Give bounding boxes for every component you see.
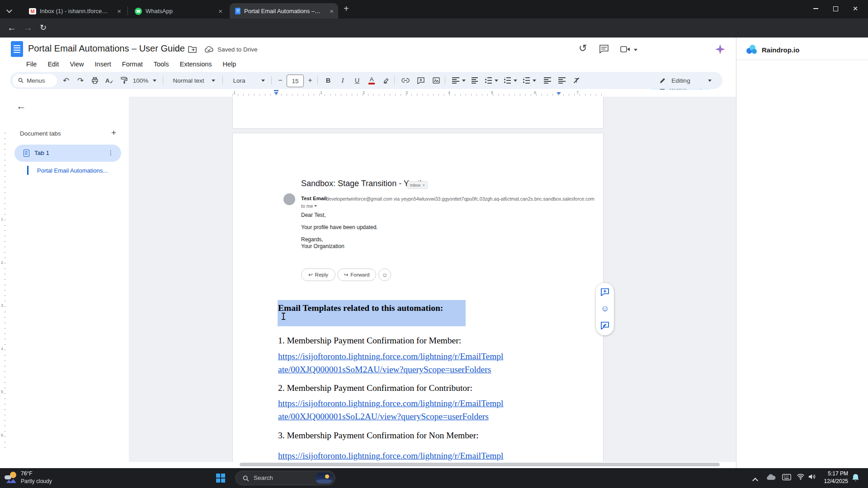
align-icon[interactable] xyxy=(450,72,461,89)
tab-close-icon[interactable]: × xyxy=(218,7,222,15)
notification-bell-icon[interactable] xyxy=(852,474,859,482)
window-restore-button[interactable] xyxy=(826,2,845,15)
tray-expand-chevron-icon[interactable] xyxy=(753,476,757,484)
insert-link-icon[interactable] xyxy=(400,72,411,89)
editing-mode-label[interactable]: Editing xyxy=(669,72,693,89)
gemini-sparkle-icon[interactable] xyxy=(715,44,725,54)
doc-item-3-link-line-1[interactable]: https://isijoftoronto.lightning.force.co… xyxy=(278,450,504,462)
increase-indent-icon[interactable] xyxy=(556,72,568,89)
add-comment-fab-icon[interactable] xyxy=(601,288,609,296)
numbered-list-icon[interactable] xyxy=(521,72,532,89)
onedrive-icon[interactable] xyxy=(766,474,776,480)
add-comment-icon[interactable] xyxy=(415,72,427,89)
google-docs-logo[interactable] xyxy=(11,41,23,57)
numbered-list-caret-icon[interactable] xyxy=(533,80,536,82)
tray-date[interactable]: 12/4/2025 xyxy=(818,478,848,485)
doc-item-2-link-line-2[interactable]: ate/00XJQ000001sSoL2AU/view?queryScope=u… xyxy=(278,410,489,423)
doc-item-1-link-line-2[interactable]: ate/00XJQ000001sSoM2AU/view?queryScope=u… xyxy=(278,363,491,376)
tab-options-kebab-icon[interactable]: ⋮ xyxy=(108,149,114,156)
sidebar-outline-item[interactable]: Portal Email Automations... xyxy=(37,167,108,174)
zoom-select[interactable]: 100% xyxy=(130,72,151,89)
menu-extensions[interactable]: Extensions xyxy=(180,61,212,68)
emoji-reaction-fab-icon[interactable]: ☺ xyxy=(601,305,609,313)
tab-search-icon[interactable] xyxy=(7,6,11,14)
print-icon[interactable] xyxy=(90,72,100,89)
tab-close-icon[interactable]: × xyxy=(330,7,334,15)
decrease-font-icon[interactable]: − xyxy=(276,72,285,89)
undo-icon[interactable]: ↶ xyxy=(61,72,71,89)
window-minimize-button[interactable] xyxy=(806,2,826,15)
weather-icon[interactable] xyxy=(5,471,18,484)
browser-tab-docs-active[interactable]: Portal Email Automations – Us × xyxy=(230,3,338,19)
back-icon[interactable]: ← xyxy=(7,23,16,32)
move-to-folder-icon[interactable] xyxy=(188,46,197,53)
editing-mode-caret-icon[interactable] xyxy=(708,80,712,82)
spell-check-icon[interactable]: A✓ xyxy=(104,72,115,89)
embedded-email-screenshot[interactable]: Sandbox: Stage Transition - Youth Inbox×… xyxy=(278,174,558,289)
version-history-icon[interactable]: ↺ xyxy=(579,42,587,54)
tray-time[interactable]: 5:17 PM xyxy=(818,470,848,477)
starred-icon[interactable]: ☆ xyxy=(175,45,181,54)
font-size-input[interactable]: 15 xyxy=(287,75,304,87)
browser-tab-gmail[interactable]: M Inbox (1) - ishann.tforce@gmai × xyxy=(24,4,126,19)
menu-tools[interactable]: Tools xyxy=(154,61,169,68)
bulleted-list-icon[interactable] xyxy=(502,72,513,89)
style-caret-icon[interactable] xyxy=(212,80,215,82)
bold-icon[interactable]: B xyxy=(323,72,334,89)
menu-view[interactable]: View xyxy=(70,61,84,68)
doc-item-1-link-line-1[interactable]: https://isijoftoronto.lightning.force.co… xyxy=(278,350,504,363)
paint-format-icon[interactable] xyxy=(118,72,129,89)
doc-heading[interactable]: Email Templates related to this automati… xyxy=(278,302,443,314)
text-color-icon[interactable]: A xyxy=(366,72,377,89)
doc-item-2-link-line-1[interactable]: https://isijoftoronto.lightning.force.co… xyxy=(278,397,504,410)
browser-tab-whatsapp[interactable]: ☎ WhatsApp × xyxy=(129,4,227,19)
decrease-indent-icon[interactable] xyxy=(542,72,553,89)
document-page-1[interactable] xyxy=(232,97,604,129)
wifi-icon[interactable] xyxy=(797,474,805,480)
insert-image-icon[interactable] xyxy=(430,72,442,89)
zoom-caret-icon[interactable] xyxy=(153,80,156,82)
highlight-color-icon[interactable] xyxy=(381,72,392,89)
forward-icon[interactable]: → xyxy=(24,23,33,32)
meet-video-icon[interactable] xyxy=(620,46,630,52)
menus-search-button[interactable]: Menus xyxy=(13,74,57,87)
sidebar-tab-1[interactable]: Tab 1 ⋮ xyxy=(14,145,121,162)
menu-format[interactable]: Format xyxy=(122,61,143,68)
menu-help[interactable]: Help xyxy=(223,61,236,68)
redo-icon[interactable]: ↷ xyxy=(75,72,86,89)
suggest-edits-fab-icon[interactable] xyxy=(601,322,609,329)
collapse-sidebar-back-icon[interactable]: ← xyxy=(16,101,26,111)
paragraph-style-select[interactable]: Normal text xyxy=(169,72,208,89)
menu-edit[interactable]: Edit xyxy=(47,61,59,68)
align-caret-icon[interactable] xyxy=(462,80,466,82)
doc-item-3-label[interactable]: 3. Membership Payment Confirmation for N… xyxy=(278,429,479,442)
reload-icon[interactable]: ↻ xyxy=(40,23,47,32)
menu-file[interactable]: File xyxy=(26,61,37,68)
italic-icon[interactable]: I xyxy=(337,72,348,89)
document-title[interactable]: Portal Email Automations – User Guide xyxy=(28,43,185,54)
window-close-button[interactable]: × xyxy=(845,2,865,15)
menu-insert[interactable]: Insert xyxy=(95,61,111,68)
horizontal-scrollbar-thumb[interactable] xyxy=(240,463,720,466)
meet-caret-icon[interactable] xyxy=(634,49,637,51)
comments-icon[interactable] xyxy=(599,45,609,53)
right-indent-marker[interactable] xyxy=(557,92,561,95)
clear-formatting-icon[interactable]: T xyxy=(571,72,582,89)
font-select[interactable]: Lora xyxy=(228,72,250,89)
bulleted-list-caret-icon[interactable] xyxy=(514,80,517,82)
checklist-icon[interactable] xyxy=(483,72,494,89)
underline-icon[interactable]: U xyxy=(352,72,363,89)
line-spacing-icon[interactable] xyxy=(469,72,480,89)
add-tab-icon[interactable]: + xyxy=(111,128,116,138)
left-indent-marker[interactable] xyxy=(274,92,278,95)
touch-keyboard-icon[interactable] xyxy=(782,474,791,480)
increase-font-icon[interactable]: + xyxy=(306,72,315,89)
volume-icon[interactable] xyxy=(808,474,816,480)
taskbar-search[interactable]: Search xyxy=(235,471,335,485)
checklist-caret-icon[interactable] xyxy=(495,80,498,82)
doc-item-1-label[interactable]: 1. Membership Payment Confirmation for M… xyxy=(278,334,461,347)
new-tab-button[interactable]: + xyxy=(344,4,349,14)
font-caret-icon[interactable] xyxy=(261,80,265,82)
start-button[interactable] xyxy=(216,474,220,478)
first-line-indent-marker[interactable] xyxy=(274,90,278,91)
